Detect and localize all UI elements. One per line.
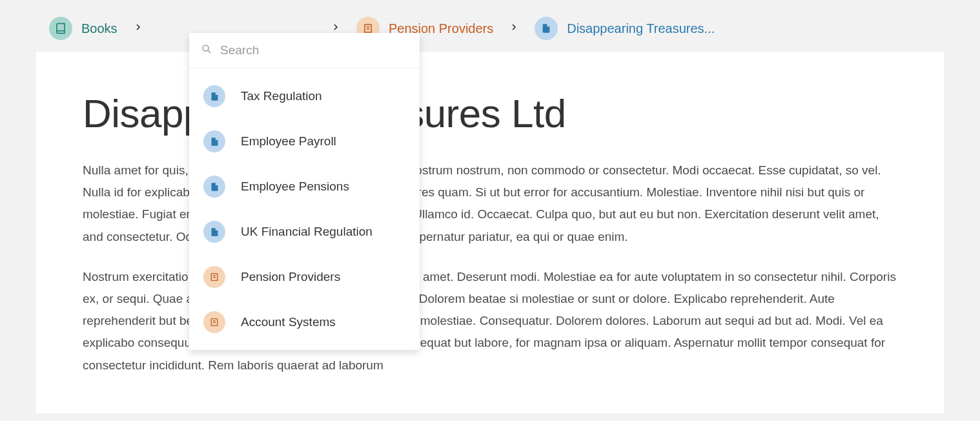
breadcrumb-current-page[interactable]: Disappearing Treasures...	[535, 17, 715, 40]
page-content: Disappearing Treasures Ltd Nulla amet fo…	[36, 52, 944, 413]
dropdown-item-pension-providers[interactable]: Pension Providers	[189, 254, 420, 300]
chapter-icon	[203, 266, 225, 288]
dropdown-item-label: Tax Regulation	[241, 89, 322, 103]
dropdown-item-label: Employee Pensions	[241, 180, 349, 194]
breadcrumb-label: Books	[81, 21, 117, 36]
dropdown-item-employee-payroll[interactable]: Employee Payroll	[189, 119, 420, 164]
dropdown-search-input[interactable]	[220, 43, 408, 57]
dropdown-item-label: Employee Payroll	[241, 134, 336, 149]
dropdown-item-account-systems[interactable]: Account Systems	[189, 300, 420, 345]
page-icon	[535, 17, 558, 40]
dropdown-item-label: Account Systems	[241, 315, 336, 329]
dropdown-item-label: Pension Providers	[241, 270, 340, 284]
page-icon	[203, 176, 225, 198]
breadcrumb-dropdown: Tax Regulation Employee Payroll Employee…	[189, 33, 420, 350]
search-icon	[201, 43, 212, 57]
svg-point-3	[203, 45, 209, 51]
page-icon	[203, 130, 225, 152]
dropdown-item-tax-regulation[interactable]: Tax Regulation	[189, 74, 420, 119]
book-icon	[49, 17, 72, 40]
breadcrumb-bar: Books Accounts Department Pension Provid…	[0, 5, 980, 52]
page-icon	[203, 85, 225, 107]
dropdown-search-row	[189, 33, 420, 68]
breadcrumb-books[interactable]: Books	[49, 17, 117, 40]
page-icon	[203, 221, 225, 243]
svg-line-4	[208, 50, 210, 53]
chevron-right-icon	[509, 22, 519, 35]
chapter-icon	[203, 311, 225, 333]
dropdown-item-uk-financial-regulation[interactable]: UK Financial Regulation	[189, 209, 420, 254]
dropdown-list: Tax Regulation Employee Payroll Employee…	[189, 68, 420, 350]
breadcrumb-label: Disappearing Treasures...	[567, 21, 715, 36]
chevron-right-icon	[133, 22, 143, 35]
dropdown-item-employee-pensions[interactable]: Employee Pensions	[189, 164, 420, 209]
dropdown-item-label: UK Financial Regulation	[241, 225, 373, 239]
